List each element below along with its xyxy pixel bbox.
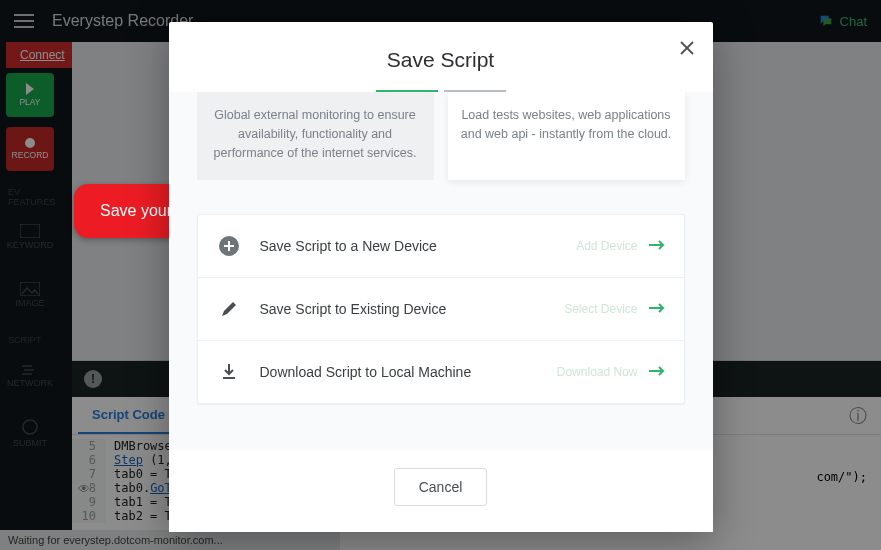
option-action: Select Device	[564, 302, 637, 316]
dialog-footer: Cancel	[169, 450, 713, 532]
save-option-plus[interactable]: Save Script to a New DeviceAdd Device	[198, 215, 684, 278]
option-label: Download Script to Local Machine	[260, 364, 557, 380]
save-option-download[interactable]: Download Script to Local MachineDownload…	[198, 341, 684, 403]
info-card-monitoring[interactable]: Global external monitoring to ensure ava…	[197, 92, 434, 180]
option-label: Save Script to a New Device	[260, 238, 577, 254]
close-icon[interactable]	[675, 36, 699, 60]
info-cards: Global external monitoring to ensure ava…	[197, 92, 685, 180]
dialog-title: Save Script	[189, 48, 693, 72]
option-action: Download Now	[557, 365, 638, 379]
info-card-loadtest[interactable]: Load tests websites, web applications an…	[448, 92, 685, 180]
download-icon	[216, 359, 242, 385]
option-label: Save Script to Existing Device	[260, 301, 565, 317]
save-script-dialog: Save Script Global external monitoring t…	[169, 22, 713, 532]
save-option-pencil[interactable]: Save Script to Existing DeviceSelect Dev…	[198, 278, 684, 341]
arrow-right-icon	[648, 363, 666, 381]
option-action: Add Device	[576, 239, 637, 253]
dialog-header: Save Script	[169, 22, 713, 90]
save-options: Save Script to a New DeviceAdd DeviceSav…	[197, 214, 685, 404]
arrow-right-icon	[648, 237, 666, 255]
dialog-body: Global external monitoring to ensure ava…	[169, 92, 713, 450]
cancel-button[interactable]: Cancel	[394, 468, 488, 506]
plus-icon	[216, 233, 242, 259]
arrow-right-icon	[648, 300, 666, 318]
pencil-icon	[216, 296, 242, 322]
